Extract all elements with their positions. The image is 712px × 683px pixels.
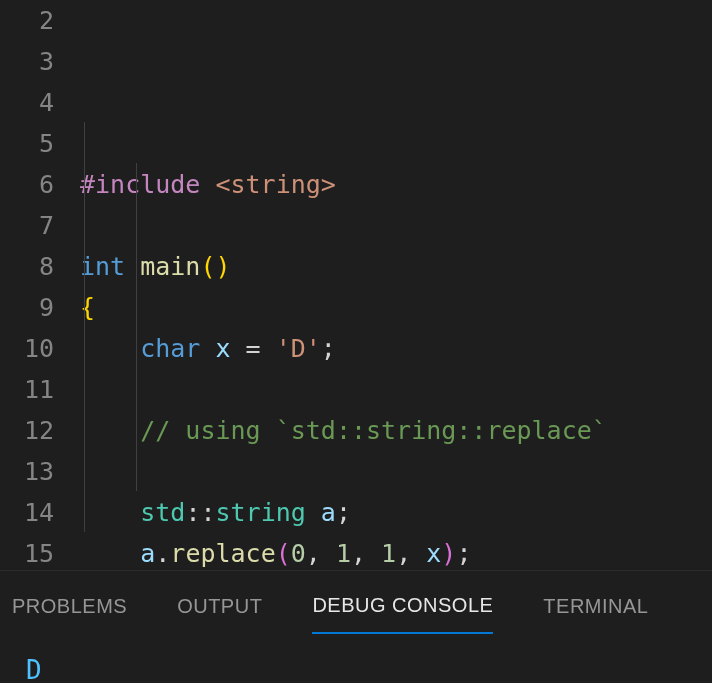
line-number: 2	[0, 0, 54, 41]
code-line[interactable]: std::string a;	[80, 492, 712, 533]
code-token	[80, 498, 140, 527]
line-number: 9	[0, 287, 54, 328]
code-token: #include	[80, 170, 215, 199]
code-token: a	[140, 539, 155, 568]
code-token: =	[231, 334, 276, 363]
line-number: 8	[0, 246, 54, 287]
code-token	[80, 539, 140, 568]
tab-problems[interactable]: PROBLEMS	[12, 586, 127, 633]
code-token: ,	[351, 539, 381, 568]
line-number-gutter: 23456789101112131415	[0, 0, 80, 570]
code-token: replace	[170, 539, 275, 568]
code-token: // using `std::string::replace`	[140, 416, 607, 445]
line-number: 5	[0, 123, 54, 164]
panel-tabs: PROBLEMS OUTPUT DEBUG CONSOLE TERMINAL	[0, 571, 712, 640]
code-line[interactable]: int main()	[80, 246, 712, 287]
code-token: ;	[456, 539, 471, 568]
code-token: ::	[185, 498, 215, 527]
line-number: 15	[0, 533, 54, 570]
code-token	[80, 334, 140, 363]
code-token: ,	[396, 539, 426, 568]
code-token: 0	[291, 539, 306, 568]
line-number: 12	[0, 410, 54, 451]
code-area[interactable]: #include <string>int main(){ char x = 'D…	[80, 0, 712, 570]
code-token: )	[441, 539, 456, 568]
code-token: ;	[321, 334, 336, 363]
code-token: ;	[336, 498, 351, 527]
code-line[interactable]: #include <string>	[80, 164, 712, 205]
code-token: char	[140, 334, 215, 363]
code-token: )	[216, 252, 231, 281]
code-line[interactable]: a.replace(0, 1, 1, x);	[80, 533, 712, 570]
indent-guide	[136, 163, 137, 491]
code-line[interactable]	[80, 369, 712, 410]
code-token: 1	[381, 539, 396, 568]
tab-debug-console[interactable]: DEBUG CONSOLE	[312, 585, 493, 634]
line-number: 11	[0, 369, 54, 410]
debug-console-output[interactable]: D	[0, 640, 712, 683]
line-number: 10	[0, 328, 54, 369]
code-token: .	[155, 539, 170, 568]
code-token: x	[426, 539, 441, 568]
line-number: 7	[0, 205, 54, 246]
code-token: (	[200, 252, 215, 281]
code-token: (	[276, 539, 291, 568]
code-token: std	[140, 498, 185, 527]
code-line[interactable]: char x = 'D';	[80, 328, 712, 369]
line-number: 4	[0, 82, 54, 123]
code-token: {	[80, 293, 95, 322]
code-line[interactable]	[80, 205, 712, 246]
line-number: 13	[0, 451, 54, 492]
bottom-panel: PROBLEMS OUTPUT DEBUG CONSOLE TERMINAL D	[0, 570, 712, 683]
line-number: 6	[0, 164, 54, 205]
code-line[interactable]: // using `std::string::replace`	[80, 410, 712, 451]
code-token: a	[306, 498, 336, 527]
code-token: int	[80, 252, 140, 281]
tab-terminal[interactable]: TERMINAL	[543, 586, 648, 633]
code-token: x	[215, 334, 230, 363]
code-token: main	[140, 252, 200, 281]
code-token: 'D'	[276, 334, 321, 363]
code-line[interactable]	[80, 451, 712, 492]
line-number: 3	[0, 41, 54, 82]
line-number: 14	[0, 492, 54, 533]
code-token: ,	[306, 539, 336, 568]
tab-output[interactable]: OUTPUT	[177, 586, 262, 633]
code-line[interactable]: {	[80, 287, 712, 328]
indent-guide	[84, 122, 85, 532]
code-token	[80, 416, 140, 445]
code-editor[interactable]: 23456789101112131415 #include <string>in…	[0, 0, 712, 570]
code-token: 1	[336, 539, 351, 568]
code-token: <string>	[215, 170, 335, 199]
code-token: string	[215, 498, 305, 527]
